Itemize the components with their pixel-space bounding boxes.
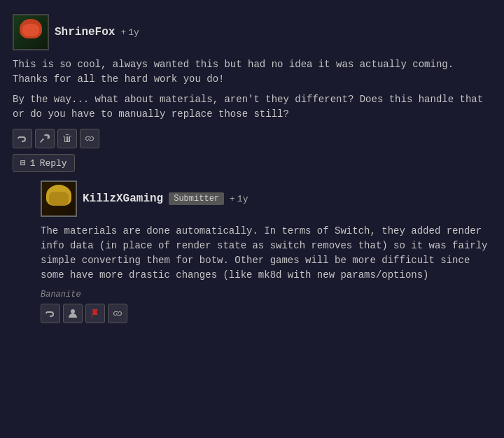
link-button-shrinefox[interactable] [80, 129, 99, 148]
comment-body-shrinefox: This is so cool, always wanted this but … [13, 57, 491, 122]
flag-button-killz[interactable] [85, 304, 105, 323]
reply-button-shrinefox[interactable] [13, 129, 32, 148]
body-paragraph-1: This is so cool, always wanted this but … [13, 57, 491, 87]
nested-comment-killz: KillzXGaming Submitter + 1y The material… [34, 181, 491, 323]
reply-toggle-button[interactable]: ⊟ 1 Reply [13, 154, 75, 172]
comment-header-shrinefox: ShrineFox + 1y [13, 14, 491, 50]
time-badge-shrinefox: + 1y [120, 27, 139, 38]
body-paragraph-2: By the way... what about materials, aren… [13, 92, 491, 122]
time-badge-killz: + 1y [230, 194, 248, 204]
avatar-shrinefox [13, 14, 49, 50]
comment-section: ShrineFox + 1y This is so cool, always w… [7, 7, 497, 336]
avatar-killzxgaming [41, 181, 77, 217]
reply-toggle-icon: ⊟ [20, 157, 26, 169]
action-icons-shrinefox [13, 129, 491, 148]
killz-time-plus: + [230, 194, 235, 204]
wrench-button-shrinefox[interactable] [35, 129, 55, 148]
trash-button-shrinefox[interactable] [57, 129, 77, 148]
username-killzxgaming[interactable]: KillzXGaming [83, 192, 163, 205]
comment-body-killz: The materials are done automatically. In… [41, 224, 491, 283]
action-icons-killz [41, 304, 491, 323]
link-button-killz[interactable] [108, 304, 127, 323]
svg-point-0 [71, 309, 75, 313]
time-value: 1y [128, 27, 139, 38]
killz-time-value: 1y [237, 194, 248, 204]
reply-button-killz[interactable] [41, 304, 60, 323]
reply-toggle-label: Reply [40, 158, 67, 169]
submitter-badge: Submitter [169, 192, 224, 205]
time-plus: + [120, 27, 126, 38]
killz-body-paragraph-1: The materials are done automatically. In… [41, 224, 491, 283]
person-button-killz[interactable] [63, 304, 83, 323]
bananite-source-label: Bananite [41, 290, 491, 299]
comment-shrinefox: ShrineFox + 1y This is so cool, always w… [13, 14, 491, 323]
username-shrinefox[interactable]: ShrineFox [55, 26, 115, 38]
comment-header-killz: KillzXGaming Submitter + 1y [41, 181, 491, 217]
reply-toggle-count: 1 [30, 158, 36, 169]
